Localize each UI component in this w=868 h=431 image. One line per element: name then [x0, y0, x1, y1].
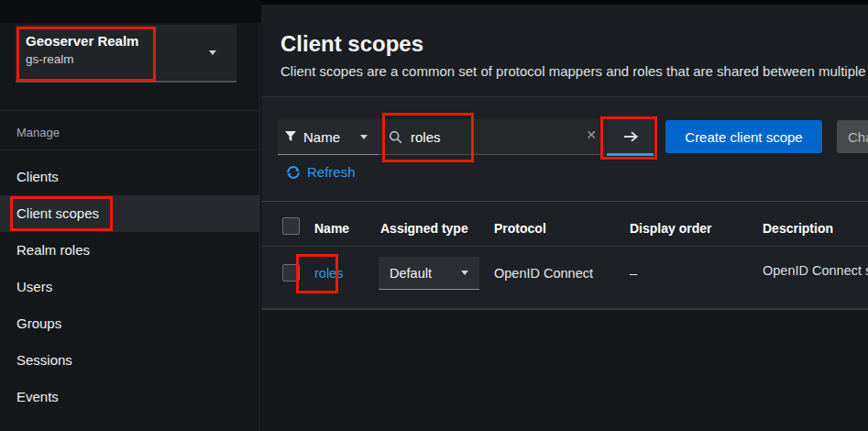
column-header-name[interactable]: Name: [314, 221, 349, 236]
refresh-icon: [286, 165, 301, 180]
search-input[interactable]: [411, 129, 562, 145]
realm-selector[interactable]: Geoserver Realm gs-realm: [16, 25, 236, 83]
chevron-down-icon: [360, 135, 368, 139]
column-header-description[interactable]: Description: [763, 221, 833, 236]
select-all-checkbox[interactable]: [282, 217, 300, 235]
refresh-label: Refresh: [307, 164, 356, 180]
sidebar-divider: [0, 110, 260, 111]
sidebar-nav: Clients Client scopes Realm roles Users …: [0, 159, 259, 415]
page-title: Client scopes: [280, 31, 423, 57]
client-scope-link[interactable]: roles: [314, 266, 343, 281]
clear-search-icon[interactable]: ✕: [586, 127, 597, 142]
search-box: ✕: [379, 119, 606, 155]
sidebar-item-events[interactable]: Events: [0, 379, 259, 415]
sidebar-item-client-scopes[interactable]: Client scopes: [0, 195, 259, 232]
sidebar-divider: [0, 149, 260, 150]
page-description: Client scopes are a common set of protoc…: [280, 63, 868, 79]
table-section: [261, 201, 868, 309]
sidebar-item-groups[interactable]: Groups: [0, 305, 259, 342]
realm-id: gs-realm: [26, 52, 226, 66]
empty-area: [261, 309, 868, 431]
realm-name: Geoserver Realm: [26, 33, 226, 49]
sidebar-item-realm-roles[interactable]: Realm roles: [0, 232, 259, 269]
filter-icon: [285, 131, 296, 142]
protocol-cell: OpenID Connect: [494, 266, 593, 281]
description-cell: OpenID Connect scope for add user roles …: [763, 259, 868, 283]
masthead-strip: [0, 0, 260, 23]
nav-group-label: Manage: [16, 126, 60, 139]
table-header-border: [261, 246, 868, 247]
filter-label: Name: [303, 129, 340, 145]
column-header-display-order[interactable]: Display order: [630, 221, 711, 236]
assigned-type-select[interactable]: Default: [379, 257, 479, 290]
sidebar-item-sessions[interactable]: Sessions: [0, 342, 259, 379]
refresh-link[interactable]: Refresh: [286, 164, 356, 180]
column-header-protocol[interactable]: Protocol: [494, 221, 546, 236]
create-client-scope-button[interactable]: Create client scope: [665, 120, 822, 153]
row-checkbox[interactable]: [282, 264, 300, 282]
chevron-down-icon: [209, 50, 216, 55]
column-header-assigned-type[interactable]: Assigned type: [380, 221, 468, 236]
search-submit-button[interactable]: [607, 119, 654, 156]
filter-dropdown[interactable]: Name: [278, 119, 379, 155]
arrow-right-icon: [622, 130, 639, 143]
search-icon: [389, 130, 402, 144]
chevron-down-icon: [461, 271, 468, 275]
display-order-cell: –: [630, 266, 637, 281]
sidebar-item-clients[interactable]: Clients: [0, 159, 259, 195]
sidebar-item-users[interactable]: Users: [0, 269, 259, 305]
change-type-button[interactable]: Change type: [837, 120, 868, 153]
assigned-type-value: Default: [390, 266, 432, 281]
